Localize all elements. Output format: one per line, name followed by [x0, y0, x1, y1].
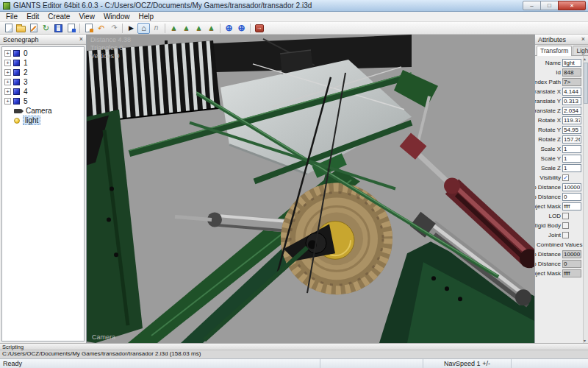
- attr-row-scale-z: Scale Z: [535, 163, 588, 172]
- attributes-tabs: Transform Light: [535, 45, 588, 56]
- attr-label: Scale Y: [541, 155, 561, 162]
- attr-row-scale-x: Scale X: [535, 144, 588, 153]
- scenegraph-item-2[interactable]: 2: [2, 68, 84, 77]
- scenegraph-item-5[interactable]: 5: [2, 96, 84, 106]
- expand-icon[interactable]: [4, 88, 11, 95]
- menu-view[interactable]: View: [74, 12, 99, 21]
- toolbar: ↻ ↶ ↷ ▶ ⌂ n ▲ ▲ ▲ ▲ ⊕ ⊕ →: [0, 22, 588, 35]
- rotate-x-field[interactable]: [562, 116, 581, 124]
- scrollbar-thumb[interactable]: [584, 63, 588, 104]
- attr-row-translate-z: Translate Z: [535, 106, 588, 115]
- scenegraph-header: Scenegraph ×: [0, 35, 86, 45]
- exit-arrow-icon: →: [255, 24, 264, 32]
- expand-icon[interactable]: [4, 60, 11, 66]
- terrain-lower-icon[interactable]: ▲: [180, 23, 193, 34]
- log-line: C:/Users/OCZ/Documents/My Games/transado…: [2, 357, 588, 358]
- open-file-icon[interactable]: [15, 23, 27, 34]
- exit-icon[interactable]: →: [253, 23, 265, 34]
- scripting-log[interactable]: C:/Users/OCZ/Documents/My Games/transado…: [0, 350, 588, 358]
- close-icon[interactable]: ×: [581, 36, 585, 43]
- toolbar-separator: [220, 24, 220, 33]
- menu-help[interactable]: Help: [134, 12, 158, 21]
- frame-home-icon[interactable]: ⌂: [137, 23, 150, 34]
- new-file-icon[interactable]: [2, 23, 15, 34]
- expand-icon[interactable]: [4, 69, 11, 76]
- scale-z-field[interactable]: [562, 164, 581, 172]
- close-button[interactable]: ×: [558, 1, 586, 10]
- toolbar-separator: [79, 24, 80, 33]
- attr-label: Translate Z: [535, 107, 561, 114]
- log-line: C:/Users/OCZ/Documents/My Games/transado…: [2, 350, 588, 357]
- attr-row-lod: LOD: [535, 211, 588, 220]
- stat-triangles: Triangles 0: [90, 44, 131, 52]
- play-icon[interactable]: ▶: [125, 23, 137, 34]
- menu-create[interactable]: Create: [43, 12, 74, 21]
- clip-distance-field[interactable]: [562, 183, 581, 191]
- object-mask-field[interactable]: [562, 202, 581, 210]
- cube-icon: [13, 69, 20, 76]
- expand-icon[interactable]: [4, 79, 11, 85]
- minimize-button[interactable]: –: [523, 1, 541, 10]
- visibility-checkbox[interactable]: [562, 174, 569, 181]
- toolbar-separator: [122, 24, 123, 33]
- camera-name-label: Camera: [92, 333, 115, 341]
- scenegraph-item-3[interactable]: 3: [2, 77, 84, 87]
- scenegraph-item-0[interactable]: 0: [2, 49, 84, 58]
- scenegraph-item-1[interactable]: 1: [2, 58, 84, 68]
- undo-icon[interactable]: ↶: [95, 23, 107, 34]
- folder-icon: [16, 26, 26, 32]
- attr-label: Clip Distance: [535, 251, 561, 258]
- menu-edit[interactable]: Edit: [22, 12, 43, 21]
- reload-icon[interactable]: ↻: [40, 23, 52, 34]
- scenegraph-tree[interactable]: 0 1 2 3 4: [1, 46, 85, 342]
- menu-window[interactable]: Window: [99, 12, 135, 21]
- world-settings-icon[interactable]: ⊕: [235, 23, 248, 34]
- attr-row-combined-min-clip-distance: Min Clip Distance 0: [535, 259, 588, 268]
- joint-checkbox[interactable]: [562, 232, 569, 238]
- terrain-smooth-icon[interactable]: ▲: [193, 23, 205, 34]
- normals-icon[interactable]: n: [150, 23, 162, 34]
- scenegraph-item-light[interactable]: light: [2, 116, 84, 125]
- tab-transform[interactable]: Transform: [537, 46, 572, 56]
- viewport-3d[interactable]: Distance 4.38 Triangles 0 Vertices 0 Cam…: [87, 35, 534, 343]
- translate-x-field[interactable]: [562, 88, 581, 96]
- maximize-button[interactable]: □: [540, 1, 559, 10]
- close-icon[interactable]: ×: [79, 36, 83, 43]
- world-icon[interactable]: ⊕: [223, 23, 235, 34]
- rigid-body-checkbox[interactable]: [562, 222, 569, 229]
- translate-z-field[interactable]: [562, 107, 581, 115]
- expand-icon[interactable]: [4, 50, 11, 57]
- min-clip-distance-field[interactable]: [562, 193, 581, 201]
- terrain-raise-icon[interactable]: ▲: [168, 23, 180, 34]
- scenegraph-item-4[interactable]: 4: [2, 87, 84, 96]
- node-label: 2: [22, 68, 29, 77]
- id-field: 848: [562, 68, 581, 77]
- viewport-3d-scene[interactable]: [87, 35, 534, 343]
- attr-row-object-mask: Object Mask: [535, 202, 588, 210]
- attr-label: Min Clip Distance: [535, 194, 561, 200]
- terrain-paint-icon[interactable]: ▲: [205, 23, 218, 34]
- export-icon[interactable]: [65, 23, 77, 34]
- attr-label: Rotate Z: [538, 136, 561, 143]
- lod-checkbox[interactable]: [562, 213, 569, 219]
- scripting-title: Scripting: [0, 344, 588, 350]
- save-icon[interactable]: [52, 23, 65, 34]
- node-label: 0: [22, 49, 29, 57]
- tab-light[interactable]: Light: [573, 46, 588, 55]
- scenegraph-item-camera[interactable]: Camera: [2, 106, 84, 116]
- expand-icon[interactable]: [4, 98, 11, 105]
- menu-file[interactable]: File: [1, 12, 22, 21]
- attr-label: Clip Distance: [535, 184, 561, 191]
- attributes-scrollbar[interactable]: [583, 56, 588, 343]
- rotate-z-field[interactable]: [562, 135, 581, 144]
- name-field[interactable]: [562, 59, 581, 67]
- import-icon[interactable]: [82, 23, 95, 34]
- attr-label: Rotate X: [538, 117, 561, 124]
- scale-y-field[interactable]: [562, 155, 581, 163]
- redo-icon[interactable]: ↷: [107, 23, 120, 34]
- status-bar: Ready NavSpeed 1 +/-: [0, 358, 588, 368]
- scale-x-field[interactable]: [562, 145, 581, 153]
- edit-file-icon[interactable]: [27, 23, 40, 34]
- rotate-y-field[interactable]: [562, 126, 581, 134]
- translate-y-field[interactable]: [562, 97, 581, 105]
